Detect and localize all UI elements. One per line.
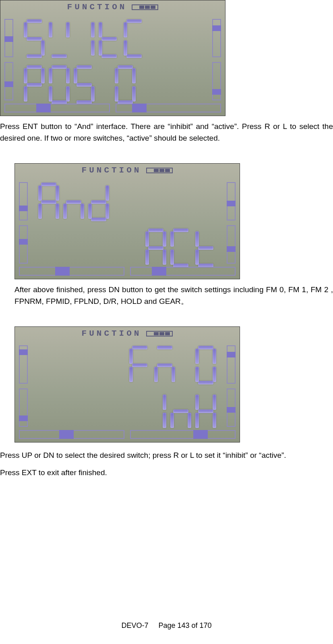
seg-area-2	[19, 175, 236, 275]
seg-area-1	[4, 12, 221, 112]
lcd-screen-3: FUNCTION	[14, 326, 240, 442]
bottom-sliders	[19, 430, 236, 439]
seg-line	[24, 19, 202, 58]
lcd-header: FUNCTION	[19, 166, 236, 175]
paragraph-2: After above finished, press DN button to…	[14, 284, 333, 307]
paragraph-1: Press ENT button to “And” interface. The…	[0, 121, 333, 144]
seg-line	[38, 229, 216, 267]
paragraph-3: Press UP or DN to select the desired swi…	[0, 450, 333, 461]
footer-page: Page 143 of 170	[158, 621, 211, 629]
bottom-sliders	[4, 104, 221, 112]
footer-model: DEVO-7	[121, 621, 148, 629]
lcd-header: FUNCTION	[4, 3, 221, 12]
battery-icon	[146, 331, 173, 337]
paragraph-4: Press EXT to exit after finished.	[0, 467, 333, 479]
lcd-header: FUNCTION	[19, 329, 236, 338]
battery-icon	[132, 4, 158, 10]
lcd-screen-2: FUNCTION	[14, 163, 240, 279]
seg-line	[38, 183, 216, 221]
lcd-screen-1: FUNCTION	[0, 0, 225, 116]
seg-line	[38, 392, 216, 430]
seg-line	[24, 65, 202, 104]
page-footer: DEVO-7 Page 143 of 170	[0, 620, 333, 631]
bottom-sliders	[19, 267, 236, 276]
seg-area-3	[19, 338, 236, 438]
battery-icon	[146, 168, 173, 173]
seg-line	[38, 346, 216, 384]
